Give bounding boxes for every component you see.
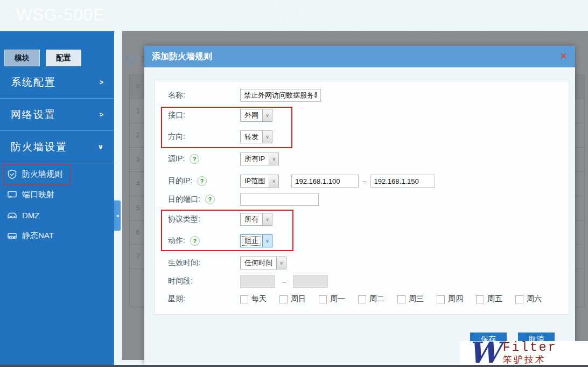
menu-system-config[interactable]: 系统配置 > [0, 66, 114, 99]
app-header: WSG-500E [0, 0, 588, 31]
menu-firewall-settings[interactable]: 防火墙设置 ∨ [0, 131, 114, 163]
help-icon[interactable]: ? [190, 236, 200, 246]
dialog-form: 名称: 接口: 外网 ∨ 方向: 转发 ∨ [154, 81, 569, 315]
help-icon[interactable]: ? [190, 154, 199, 164]
form-row-interface: 接口: 外网 ∨ [168, 108, 563, 122]
chevron-down-icon: ∨ [269, 153, 278, 165]
week-option: 周四 [437, 294, 463, 304]
chevron-down-icon: ∨ [262, 235, 272, 247]
ip-range-end-input[interactable] [370, 175, 435, 188]
form-row-direction: 方向: 转发 ∨ [168, 130, 563, 144]
checkbox-thursday[interactable] [437, 295, 445, 303]
week-option: 周六 [515, 294, 542, 304]
checkbox-tuesday[interactable] [358, 295, 366, 303]
watermark-brand: Filter [503, 342, 557, 354]
period-end-input [293, 275, 328, 288]
dialog-title: 添加防火墙规则 [152, 52, 212, 61]
checkbox-friday[interactable] [476, 295, 484, 303]
rule-name-input[interactable] [240, 89, 321, 102]
effective-time-select[interactable]: 任何时间 ∨ [240, 257, 286, 269]
wfilter-watermark: W Filter 笨驴技术 [460, 341, 588, 366]
form-row-time-period: 时间段: – [168, 274, 563, 288]
form-row-destination-port: 目的端口: ? [168, 192, 563, 206]
range-separator: – [362, 177, 366, 185]
week-option: 周日 [279, 294, 306, 304]
nat-device-icon [7, 231, 17, 241]
sidebar-item-port-mapping[interactable]: 端口映射 [0, 184, 114, 205]
checkbox-sunday[interactable] [279, 295, 288, 303]
week-option: 周三 [397, 294, 424, 304]
week-option: 周五 [476, 294, 502, 304]
sidebar-collapse-handle[interactable]: ◄ [114, 200, 121, 231]
dialog-header: 添加防火墙规则 ✕ [144, 46, 575, 67]
sidebar-tabs: 模块 配置 [4, 50, 81, 66]
sidebar-item-static-nat[interactable]: 静态NAT [0, 225, 114, 246]
destination-port-input[interactable] [240, 193, 319, 206]
period-start-input [240, 275, 275, 288]
chevron-down-icon: ∨ [276, 257, 286, 269]
week-option: 周一 [319, 294, 345, 304]
menu-network-settings[interactable]: 网络设置 > [0, 99, 114, 131]
device-model-title: WSG-500E [16, 5, 105, 25]
form-row-effective-time: 生效时间: 任何时间 ∨ [168, 256, 563, 270]
checkbox-every-day[interactable] [240, 295, 248, 303]
chevron-down-icon: ∨ [97, 143, 103, 151]
dmz-host-icon [7, 210, 17, 220]
chevron-right-icon: > [99, 110, 103, 119]
chevron-down-icon: ∨ [262, 109, 272, 121]
monitor-icon [7, 190, 17, 200]
interface-select[interactable]: 外网 ∨ [240, 109, 272, 122]
sidebar-item-dmz[interactable]: DMZ [0, 205, 114, 225]
checkbox-wednesday[interactable] [397, 295, 405, 303]
ip-range-start-input[interactable] [291, 175, 359, 188]
chevron-down-icon: ∨ [269, 175, 278, 187]
range-separator: – [282, 278, 286, 286]
close-icon[interactable]: ✕ [560, 46, 568, 67]
form-row-name: 名称: [168, 88, 563, 102]
add-firewall-rule-dialog: 添加防火墙规则 ✕ 名称: 接口: 外网 ∨ 方向: [144, 46, 575, 365]
wfilter-logo: W [468, 342, 501, 363]
week-option: 周二 [358, 294, 384, 304]
form-row-source-ip: 源IP: ? 所有IP ∨ [168, 152, 563, 166]
protocol-select[interactable]: 所有 ∨ [240, 213, 272, 226]
form-row-week: 星期: 每天 周日 周一 周二 周三 周四 周五 周六 [168, 292, 566, 306]
sidebar-menu: 系统配置 > 网络设置 > 防火墙设置 ∨ [0, 66, 114, 163]
help-icon[interactable]: ? [205, 195, 215, 204]
tab-configuration[interactable]: 配置 [46, 50, 81, 66]
chevron-down-icon: ∨ [262, 131, 272, 143]
checkbox-monday[interactable] [319, 295, 327, 303]
source-ip-select[interactable]: 所有IP ∨ [240, 153, 279, 165]
sidebar: 模块 配置 系统配置 > 网络设置 > 防火墙设置 ∨ 防火墙规则 [0, 31, 114, 365]
destination-ip-type-select[interactable]: IP范围 ∨ [240, 175, 279, 188]
form-row-action: 动作: ? 阻止 ∨ [168, 234, 563, 248]
watermark-company: 笨驴技术 [503, 354, 557, 365]
direction-select[interactable]: 转发 ∨ [240, 130, 272, 143]
chevron-right-icon: > [99, 78, 103, 86]
page-bottom-border [0, 365, 588, 367]
week-option: 每天 [240, 294, 267, 304]
shield-check-icon [7, 169, 17, 179]
checkbox-saturday[interactable] [515, 295, 523, 303]
help-icon[interactable]: ? [197, 176, 207, 186]
tab-modules[interactable]: 模块 [4, 50, 40, 66]
shield-check-icon [125, 54, 137, 66]
form-row-protocol: 协议类型: 所有 ∨ [168, 212, 563, 226]
collapse-left-icon: ◄ [115, 213, 120, 218]
sidebar-item-firewall-rules[interactable]: 防火墙规则 [0, 164, 114, 184]
chevron-down-icon: ∨ [262, 213, 272, 225]
action-select[interactable]: 阻止 ∨ [240, 234, 272, 247]
firewall-submenu: 防火墙规则 端口映射 DMZ 静态NAT [0, 164, 114, 246]
form-row-destination-ip: 目的IP: ? IP范围 ∨ – [168, 174, 563, 188]
